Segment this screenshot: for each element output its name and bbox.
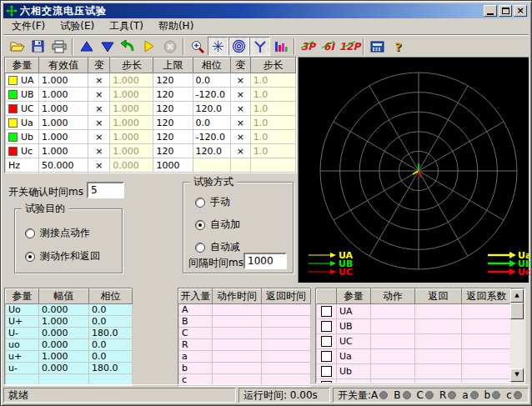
cell[interactable]: 1.000 (110, 73, 153, 88)
cell[interactable]: 1000 (153, 158, 193, 173)
scroll-down-button[interactable]: ▼ (510, 368, 524, 382)
cell[interactable]: 1.000 (39, 116, 88, 130)
scrollbar-thumb[interactable] (510, 303, 524, 319)
radio-auto-increase[interactable]: 自动加 (195, 218, 240, 232)
cell[interactable]: 0.0 (193, 73, 230, 88)
row-checkbox[interactable] (321, 336, 332, 347)
cell[interactable]: -120.0 (193, 88, 230, 102)
vertical-scrollbar[interactable]: ▲ ▼ (510, 289, 524, 382)
radio-auto-decrease[interactable]: 自动减 (195, 240, 240, 254)
cell[interactable]: × (230, 144, 250, 158)
cell[interactable]: 1.0 (250, 130, 295, 144)
cell[interactable]: 1.0 (250, 88, 295, 102)
print-button[interactable] (48, 37, 69, 56)
switch-confirm-input[interactable] (87, 182, 124, 198)
cell[interactable]: 120.0 (193, 144, 230, 158)
cell[interactable]: × (88, 88, 110, 102)
phasor-view-button[interactable] (208, 37, 228, 56)
cell[interactable]: 120 (153, 116, 193, 130)
step-down-button[interactable] (97, 37, 118, 56)
reset-button[interactable] (118, 37, 138, 56)
bar-view-button[interactable] (270, 37, 291, 56)
cell[interactable]: × (230, 116, 250, 130)
cell[interactable]: 120 (153, 144, 193, 158)
6i-mode-button[interactable]: 6I (319, 37, 339, 56)
cell[interactable]: UC (6, 102, 39, 116)
save-button[interactable] (28, 37, 48, 56)
scroll-up-button[interactable]: ▲ (510, 289, 524, 303)
row-checkbox[interactable] (321, 306, 332, 317)
cell[interactable]: 1.000 (39, 102, 88, 116)
cell[interactable]: 1.0 (250, 116, 295, 130)
table-row: Ua (317, 349, 512, 364)
cell[interactable] (193, 158, 230, 173)
zoom-button[interactable] (187, 37, 208, 56)
cell[interactable]: Uc (6, 144, 39, 158)
cell[interactable]: 1.0 (250, 144, 295, 158)
cell[interactable]: 1.0 (250, 73, 295, 88)
cell[interactable]: 1.000 (110, 130, 153, 144)
cell[interactable]: × (88, 144, 110, 158)
cell[interactable]: -120.0 (193, 130, 230, 144)
cell[interactable]: × (88, 102, 110, 116)
cell[interactable]: 1.000 (39, 130, 88, 144)
step-up-button[interactable] (76, 37, 97, 56)
cell[interactable]: × (230, 102, 250, 116)
calculator-button[interactable] (367, 37, 388, 56)
cell[interactable]: × (88, 158, 110, 173)
start-button[interactable] (138, 37, 159, 56)
cell[interactable] (250, 158, 295, 173)
row-checkbox[interactable] (321, 381, 332, 383)
radio-manual[interactable]: 手动 (195, 195, 230, 209)
cell[interactable]: 0.000 (110, 158, 153, 173)
row-checkbox[interactable] (321, 366, 332, 377)
cell[interactable]: 1.000 (110, 116, 153, 130)
cell[interactable]: 1.000 (39, 73, 88, 88)
radio-action-and-return[interactable]: 测动作和返回 (25, 249, 100, 263)
interval-input[interactable] (243, 253, 287, 269)
help-button[interactable]: ? (388, 37, 409, 56)
cell[interactable]: 120 (153, 88, 193, 102)
cell[interactable]: × (88, 116, 110, 130)
radio-contact-action[interactable]: 测接点动作 (25, 226, 90, 240)
cell[interactable]: 120 (153, 73, 193, 88)
cell[interactable]: 120 (153, 102, 193, 116)
cell[interactable]: Ub (6, 130, 39, 144)
cell[interactable]: × (88, 73, 110, 88)
vector-view-button[interactable] (249, 37, 270, 56)
cell[interactable]: 1.0 (250, 102, 295, 116)
cell: Ua (337, 349, 371, 364)
menu-item-test[interactable]: 试验(E) (53, 18, 102, 35)
menu-item-file[interactable]: 文件(F) (4, 18, 53, 35)
maximize-button[interactable] (499, 5, 512, 17)
menu-item-help[interactable]: 帮助(H) (151, 18, 201, 35)
minimize-button[interactable] (484, 5, 497, 17)
cell[interactable]: 1.000 (110, 102, 153, 116)
cell (213, 316, 262, 328)
cell[interactable]: × (230, 130, 250, 144)
cell[interactable]: 1.000 (39, 144, 88, 158)
close-button[interactable]: × (514, 5, 527, 17)
12p-mode-button[interactable]: 12P (339, 37, 360, 56)
menu-item-tools[interactable]: 工具(T) (102, 18, 151, 35)
row-checkbox[interactable] (321, 321, 332, 332)
cell[interactable]: 120.0 (193, 102, 230, 116)
cell[interactable]: 1.000 (110, 88, 153, 102)
cell[interactable]: Ua (6, 116, 39, 130)
cell[interactable]: 1.000 (39, 88, 88, 102)
cell[interactable]: 0.0 (193, 116, 230, 130)
cell[interactable]: × (230, 73, 250, 88)
open-button[interactable] (7, 37, 28, 56)
cell[interactable]: UB (6, 88, 39, 102)
cell[interactable]: 120 (153, 130, 193, 144)
cell[interactable]: 50.000 (39, 158, 88, 173)
cell[interactable]: × (230, 88, 250, 102)
3p-mode-button[interactable]: 3P (298, 37, 319, 56)
cell[interactable] (230, 158, 250, 173)
cell[interactable]: UA (6, 73, 39, 88)
cell[interactable]: 1.000 (110, 144, 153, 158)
cell[interactable]: × (88, 130, 110, 144)
row-checkbox[interactable] (321, 351, 332, 362)
polar-view-button[interactable] (228, 37, 249, 56)
cell[interactable]: Hz (6, 158, 39, 173)
